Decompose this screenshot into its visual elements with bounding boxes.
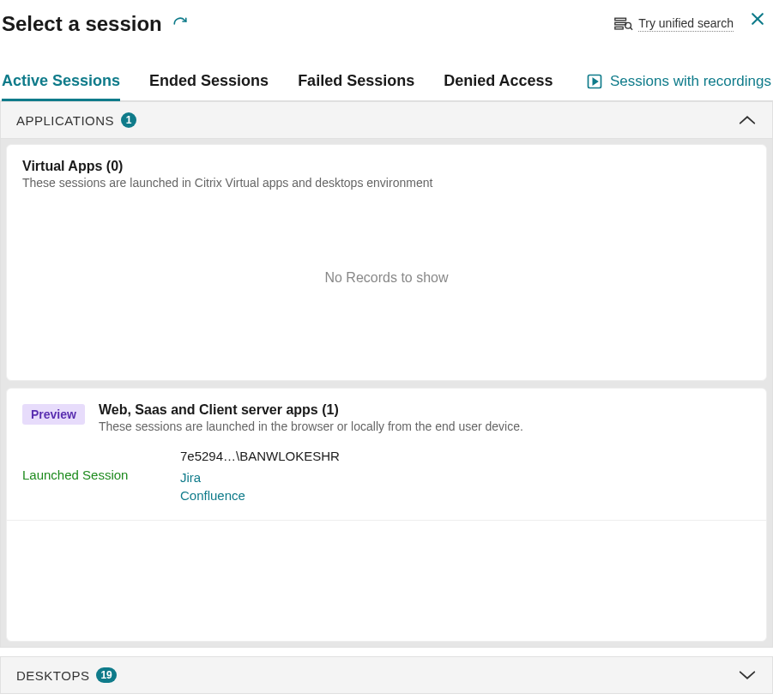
sessions-with-recordings-link[interactable]: Sessions with recordings bbox=[586, 73, 771, 100]
launched-session-block: Launched Session 7e5294…\BANWLOKESHR Jir… bbox=[7, 442, 766, 521]
desktops-accordion-header[interactable]: DESKTOPS 19 bbox=[0, 656, 773, 694]
session-id: 7e5294…\BANWLOKESHR bbox=[180, 449, 751, 463]
virtual-apps-empty: No Records to show bbox=[7, 195, 766, 380]
play-recordings-icon bbox=[586, 73, 603, 90]
preview-badge: Preview bbox=[22, 404, 85, 425]
launched-session-label: Launched Session bbox=[22, 449, 142, 482]
tab-active-sessions[interactable]: Active Sessions bbox=[2, 72, 120, 100]
applications-accordion-header[interactable]: APPLICATIONS 1 bbox=[0, 101, 773, 139]
page-title: Select a session bbox=[2, 12, 162, 36]
svg-rect-2 bbox=[615, 27, 623, 29]
virtual-apps-title: Virtual Apps (0) bbox=[22, 159, 751, 174]
tab-ended-sessions[interactable]: Ended Sessions bbox=[149, 72, 269, 100]
applications-panel: Virtual Apps (0) These sessions are laun… bbox=[0, 139, 773, 648]
virtual-apps-subtitle: These sessions are launched in Citrix Vi… bbox=[22, 176, 751, 190]
web-saas-subtitle: These sessions are launched in the brows… bbox=[99, 419, 523, 433]
chevron-down-icon bbox=[738, 669, 757, 681]
search-list-icon bbox=[614, 16, 633, 32]
try-unified-search-link[interactable]: Try unified search bbox=[614, 16, 734, 32]
svg-marker-8 bbox=[593, 78, 597, 84]
svg-point-3 bbox=[625, 22, 631, 28]
app-link-confluence[interactable]: Confluence bbox=[180, 488, 751, 503]
virtual-apps-card: Virtual Apps (0) These sessions are laun… bbox=[6, 144, 767, 381]
desktops-label: DESKTOPS bbox=[16, 668, 89, 683]
desktops-count-badge: 19 bbox=[96, 667, 116, 683]
web-saas-title: Web, Saas and Client server apps (1) bbox=[99, 402, 523, 418]
svg-rect-0 bbox=[615, 18, 626, 21]
svg-rect-1 bbox=[615, 22, 626, 25]
web-saas-card: Preview Web, Saas and Client server apps… bbox=[6, 388, 767, 642]
sessions-recordings-label: Sessions with recordings bbox=[610, 73, 771, 90]
applications-label: APPLICATIONS bbox=[16, 113, 114, 128]
close-icon[interactable] bbox=[749, 10, 766, 27]
applications-count-badge: 1 bbox=[121, 112, 136, 128]
chevron-up-icon bbox=[738, 114, 757, 126]
refresh-icon[interactable] bbox=[172, 16, 188, 32]
app-link-jira[interactable]: Jira bbox=[180, 470, 751, 485]
tab-denied-access[interactable]: Denied Access bbox=[444, 72, 553, 100]
unified-search-label: Try unified search bbox=[638, 16, 734, 32]
tab-failed-sessions[interactable]: Failed Sessions bbox=[298, 72, 414, 100]
svg-line-4 bbox=[631, 27, 633, 30]
